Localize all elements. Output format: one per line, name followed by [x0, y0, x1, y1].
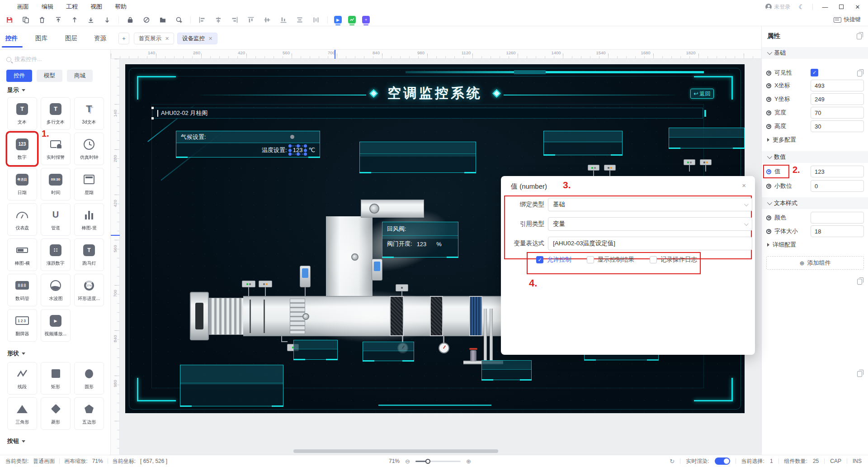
minimize-button[interactable]: —	[821, 4, 829, 10]
maximize-button[interactable]	[837, 4, 845, 10]
info-panel[interactable]	[363, 342, 414, 361]
info-panel[interactable]	[481, 360, 532, 380]
menu-edit[interactable]: 编辑	[42, 3, 53, 11]
sidebar-tab-resources[interactable]: 资源	[94, 34, 106, 43]
bind-indicator-icon[interactable]	[766, 110, 771, 115]
align-right-icon[interactable]	[230, 15, 240, 25]
bind-indicator-icon[interactable]	[766, 97, 771, 102]
palette-item-video-player[interactable]: ▶视频播放...	[41, 309, 71, 342]
palette-item-ring-progress[interactable]: 27%环形进度...	[74, 274, 104, 306]
selection-handle[interactable]	[151, 107, 154, 109]
selected-number-widget[interactable]: 123	[290, 146, 306, 154]
palette-item-pipe[interactable]: U管道	[41, 203, 71, 236]
font-size-input[interactable]	[811, 225, 864, 237]
x-coordinate-input[interactable]	[811, 80, 864, 91]
bind-indicator-active-icon[interactable]	[766, 169, 771, 174]
move-to-bottom-icon[interactable]	[86, 15, 96, 25]
value-input[interactable]	[811, 166, 864, 177]
dialog-close-icon[interactable]: ×	[742, 181, 746, 189]
palette-item-time[interactable]: 09:30时间	[41, 168, 71, 200]
palette-item-pentagon[interactable]: 五边形	[74, 397, 104, 430]
palette-item-date[interactable]: 年月日日期	[7, 168, 37, 200]
color-input[interactable]	[811, 212, 864, 224]
preview-play-icon[interactable]: ▶	[334, 16, 342, 24]
palette-item-number[interactable]: 123数字	[7, 133, 37, 165]
filter-widgets[interactable]: 控件	[6, 70, 32, 82]
log-operation-checkbox[interactable]: 记录操作日志	[650, 256, 697, 264]
palette-item-clock[interactable]: 仿真时钟	[74, 133, 104, 165]
section-shapes[interactable]: 形状	[7, 349, 25, 357]
palette-item-line[interactable]: 线段	[7, 362, 37, 395]
height-input[interactable]	[811, 120, 864, 132]
move-to-top-icon[interactable]	[53, 15, 63, 25]
copy-icon[interactable]	[857, 33, 862, 39]
section-text-style[interactable]: 文本样式	[762, 197, 868, 209]
y-coordinate-input[interactable]	[811, 93, 864, 105]
selection-handle[interactable]	[304, 144, 307, 148]
refresh-icon[interactable]: ↻	[670, 458, 675, 465]
search-input[interactable]	[14, 56, 91, 62]
add-component-button[interactable]: ⊕添加组件	[766, 256, 864, 270]
widget-search[interactable]	[6, 53, 104, 65]
selection-handle[interactable]	[304, 149, 307, 152]
palette-item-text3d[interactable]: T3d文本	[74, 97, 104, 130]
menu-view[interactable]: 视图	[90, 3, 102, 11]
align-center-vertical-icon[interactable]	[213, 15, 223, 25]
page-tab-device-monitor[interactable]: 设备监控✕	[177, 33, 217, 44]
hide-icon[interactable]	[142, 15, 151, 25]
zoom-in-icon[interactable]: ⊕	[466, 458, 471, 465]
align-left-icon[interactable]	[197, 15, 207, 25]
copy-icon[interactable]	[857, 279, 862, 285]
align-top-icon[interactable]	[246, 15, 256, 25]
add-page-tab-button[interactable]: ＋	[118, 33, 129, 44]
copy-icon[interactable]	[857, 371, 862, 377]
realtime-render-toggle[interactable]	[715, 457, 730, 465]
selection-handle[interactable]	[288, 144, 292, 148]
bind-indicator-icon[interactable]	[766, 71, 771, 76]
close-button[interactable]: ✕	[854, 4, 862, 10]
sidebar-tab-layers[interactable]: 图层	[65, 34, 77, 43]
dark-mode-icon[interactable]: ☾	[798, 3, 804, 10]
palette-item-text[interactable]: T文本	[7, 97, 37, 130]
bind-indicator-icon[interactable]	[766, 215, 771, 220]
palette-item-week[interactable]: 星期	[74, 168, 104, 200]
info-panel[interactable]	[543, 131, 623, 155]
binding-type-select[interactable]: 基础	[548, 198, 752, 211]
reference-type-select[interactable]: 变量	[548, 217, 752, 231]
selection-handle[interactable]	[151, 117, 154, 119]
login-status[interactable]: 未登录	[765, 3, 790, 11]
palette-item-bar-vertical[interactable]: 棒图-竖	[74, 203, 104, 236]
zoom-slider-handle[interactable]	[425, 459, 430, 464]
canvas-horizontal-scrollbar[interactable]	[293, 449, 498, 453]
climate-panel[interactable]: 气候设置: 温度设置: 123 ℃	[176, 131, 320, 157]
filter-market[interactable]: 商城	[67, 70, 93, 82]
add-widget-icon[interactable]: ＋	[362, 16, 370, 24]
save-icon[interactable]	[5, 15, 14, 25]
show-result-checkbox[interactable]: 显示控制结果	[587, 256, 634, 264]
variable-expression-input[interactable]	[548, 237, 752, 250]
visibility-checkbox[interactable]: ✓	[811, 69, 818, 76]
return-valve-panel[interactable]: 回风阀: 阀门开度: 123 %	[382, 222, 458, 257]
distribute-horizontal-icon[interactable]	[311, 15, 321, 25]
close-tab-icon[interactable]: ✕	[208, 36, 212, 42]
info-panel[interactable]	[669, 128, 745, 148]
section-basic[interactable]: 基础	[762, 47, 868, 59]
group-icon[interactable]	[158, 15, 168, 25]
palette-item-marquee[interactable]: T跑马灯	[74, 238, 104, 271]
more-config-toggle[interactable]: 更多配置	[767, 136, 796, 144]
chart-icon[interactable]	[348, 16, 356, 24]
lock-icon[interactable]	[125, 15, 135, 25]
filter-models[interactable]: 模型	[37, 70, 62, 82]
page-tab-home[interactable]: 首页展示✕	[134, 33, 174, 44]
align-middle-icon[interactable]	[262, 15, 272, 25]
allow-control-checkbox[interactable]: ✓允许控制	[536, 256, 571, 264]
zoom-slider[interactable]	[415, 461, 461, 462]
move-down-icon[interactable]	[102, 15, 112, 25]
menu-help[interactable]: 帮助	[115, 3, 127, 11]
decimals-input[interactable]	[811, 180, 864, 192]
selection-handle[interactable]	[288, 149, 292, 152]
selection-handle[interactable]	[304, 152, 307, 156]
palette-item-triangle[interactable]: 三角形	[7, 397, 37, 430]
move-up-icon[interactable]	[70, 15, 80, 25]
section-display[interactable]: 显示	[7, 86, 25, 94]
